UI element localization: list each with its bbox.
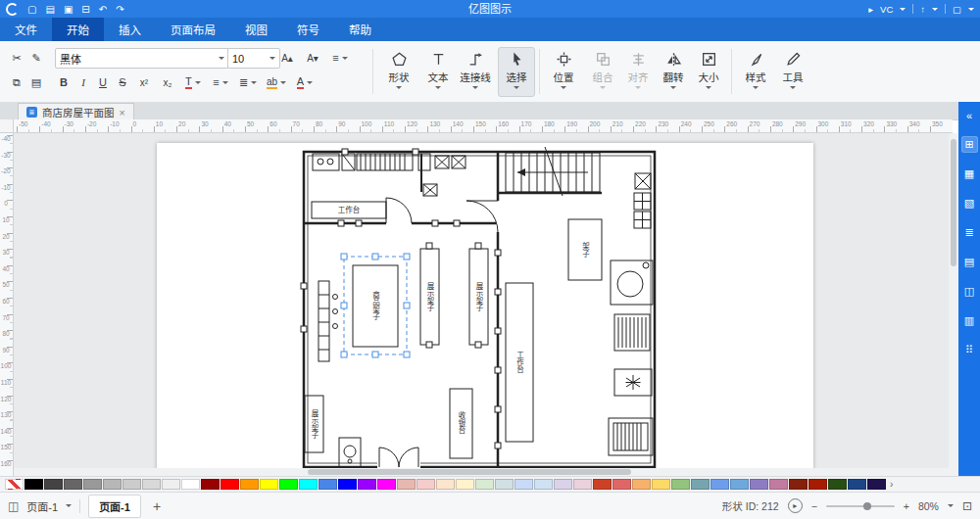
chevron-down-icon[interactable]	[66, 504, 72, 507]
fit-to-window-icon[interactable]: ⊡	[962, 499, 972, 513]
color-swatch[interactable]	[514, 479, 533, 490]
color-swatch[interactable]	[691, 479, 710, 490]
window-mode-icon[interactable]: ▢	[953, 4, 961, 15]
more-panel-icon[interactable]: ⠿	[961, 342, 978, 358]
select-tool-button[interactable]: 选择	[498, 47, 535, 97]
italic-button[interactable]: I	[74, 73, 92, 91]
color-swatch[interactable]	[64, 479, 82, 490]
style-button[interactable]: 样式	[737, 47, 774, 97]
sink-unit[interactable]	[313, 154, 339, 170]
font-size-select[interactable]: 10	[227, 48, 280, 69]
color-swatch[interactable]	[554, 479, 572, 490]
zoom-level[interactable]: 80%	[918, 500, 939, 512]
color-swatch[interactable]	[769, 479, 788, 490]
tools-button[interactable]: 工具	[774, 47, 811, 97]
color-swatch[interactable]	[24, 479, 43, 490]
color-swatch[interactable]	[632, 479, 651, 490]
zoom-in-button[interactable]: +	[904, 500, 909, 512]
menu-insert[interactable]: 插入	[104, 18, 156, 41]
color-swatch[interactable]	[201, 479, 220, 490]
page-selector[interactable]: 页面-1	[26, 498, 58, 514]
strikethrough-button[interactable]: S	[114, 73, 131, 91]
table-panel-icon[interactable]: ◫	[961, 283, 978, 300]
menu-symbols[interactable]: 符号	[282, 18, 334, 41]
cabinet[interactable]	[418, 154, 430, 170]
color-swatch[interactable]	[652, 479, 670, 490]
image-panel-icon[interactable]: ▧	[961, 195, 978, 212]
palette-scroll-arrow[interactable]: ›	[890, 479, 893, 490]
layers-panel-icon[interactable]: ≣	[961, 224, 978, 241]
position-button[interactable]: 位置	[545, 47, 582, 97]
color-swatch[interactable]	[279, 479, 298, 490]
color-swatch[interactable]	[122, 479, 141, 490]
presentation-play-icon[interactable]: ▸	[788, 498, 803, 513]
menu-page-layout[interactable]: 页面布局	[156, 18, 230, 41]
color-swatch[interactable]	[181, 479, 200, 490]
menu-home[interactable]: 开始	[52, 18, 104, 41]
zoom-slider-knob[interactable]	[863, 502, 871, 510]
color-swatch[interactable]	[789, 479, 808, 490]
connector-tool-button[interactable]: 连接线	[457, 47, 494, 97]
color-swatch[interactable]	[612, 479, 631, 490]
collapse-panel-icon[interactable]: «	[961, 107, 978, 123]
menu-file[interactable]: 文件	[0, 18, 52, 41]
color-swatch[interactable]	[867, 479, 886, 490]
format-painter-icon[interactable]: ✎	[27, 49, 45, 67]
color-swatch[interactable]	[142, 479, 161, 490]
radiator[interactable]	[614, 314, 650, 351]
color-swatch[interactable]	[573, 479, 592, 490]
color-swatch[interactable]	[103, 479, 122, 490]
flip-button[interactable]: 翻转	[655, 47, 692, 97]
page-tab[interactable]: 页面-1	[88, 495, 141, 518]
color-swatch[interactable]	[710, 479, 729, 490]
group-button[interactable]: 组合	[584, 47, 621, 97]
notes-panel-icon[interactable]: ▤	[961, 254, 978, 270]
highlight-color-button[interactable]: ab	[267, 73, 286, 91]
cut-icon[interactable]: ✂	[8, 49, 25, 67]
text-style-button[interactable]: T	[184, 73, 202, 91]
font-color-button[interactable]: A	[296, 73, 314, 91]
chevron-down-icon[interactable]	[968, 8, 974, 11]
color-swatch[interactable]	[240, 479, 259, 490]
color-swatch[interactable]	[534, 479, 553, 490]
color-swatch[interactable]	[495, 479, 514, 490]
font-family-select[interactable]: 黑体	[55, 48, 229, 69]
account-label[interactable]: VC	[880, 4, 893, 15]
color-swatch[interactable]	[436, 479, 455, 490]
color-swatch[interactable]	[5, 479, 24, 490]
color-swatch[interactable]	[848, 479, 866, 490]
color-swatch[interactable]	[808, 479, 827, 490]
color-swatch[interactable]	[377, 479, 396, 490]
color-swatch[interactable]	[730, 479, 749, 490]
color-swatch[interactable]	[260, 479, 278, 490]
share-icon[interactable]: ▸	[868, 4, 873, 15]
drawing-canvas[interactable]: 工作台 商品架子 展示架子 展示架子 工作台 收银台 展示架子 架子	[14, 133, 949, 476]
color-swatch[interactable]	[456, 479, 474, 490]
washing-machine[interactable]	[611, 260, 653, 305]
increase-font-button[interactable]: A▴	[278, 49, 296, 67]
color-swatch[interactable]	[162, 479, 180, 490]
size-button[interactable]: 大小	[690, 47, 727, 97]
chevron-down-icon[interactable]	[948, 504, 954, 507]
chart-panel-icon[interactable]: ▥	[961, 312, 978, 329]
document-tab[interactable]: ≣ 商店房屋平面图 ×	[18, 103, 134, 120]
color-swatch[interactable]	[397, 479, 416, 490]
paste-icon[interactable]: ⧉	[8, 73, 25, 91]
scrollbar-thumb[interactable]	[308, 469, 631, 475]
bullet-list-button[interactable]: ≡	[212, 73, 229, 91]
color-swatch[interactable]	[593, 479, 612, 490]
superscript-button[interactable]: x²	[135, 73, 153, 91]
bold-button[interactable]: B	[55, 73, 73, 91]
close-icon[interactable]: ×	[120, 107, 125, 118]
chevron-down-icon[interactable]	[932, 8, 938, 11]
upgrade-icon[interactable]: ↑	[920, 4, 925, 15]
menu-view[interactable]: 视图	[230, 18, 282, 41]
color-swatch[interactable]	[475, 479, 494, 490]
add-page-button[interactable]: +	[149, 498, 165, 514]
color-swatch[interactable]	[671, 479, 690, 490]
color-swatch[interactable]	[220, 479, 239, 490]
vent[interactable]	[609, 418, 653, 455]
color-swatch[interactable]	[318, 479, 337, 490]
text-tool-button[interactable]: 文本	[419, 47, 457, 97]
symbol-library-icon[interactable]: ⊞	[961, 136, 978, 153]
